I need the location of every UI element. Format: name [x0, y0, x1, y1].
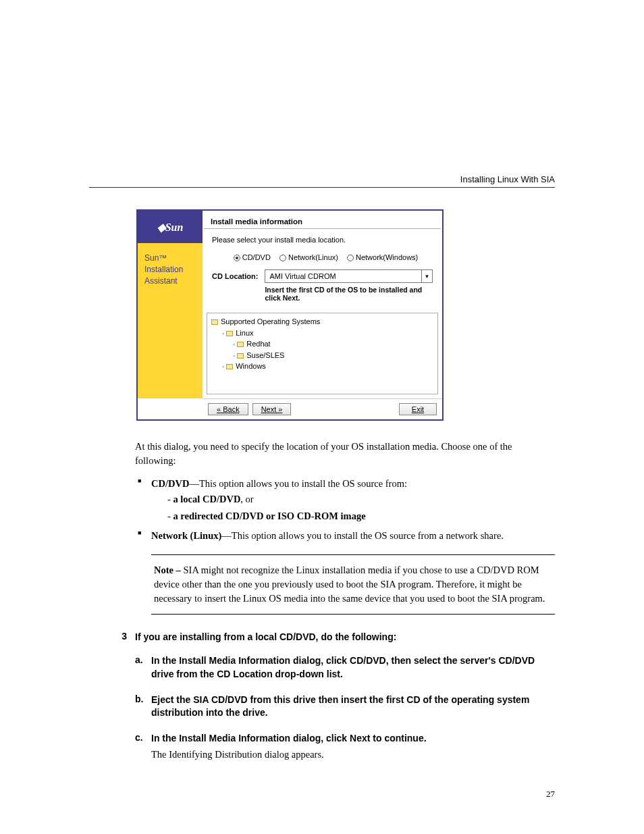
substep-follow: The Identifying Distribution dialog appe… [151, 748, 555, 761]
page-number: 27 [89, 789, 555, 800]
step-number: 3 [117, 631, 135, 644]
tree-redhat[interactable]: Redhat [246, 340, 270, 348]
next-button[interactable]: Next » [252, 403, 292, 415]
dialog-main: Install media information Please select … [203, 211, 442, 398]
cd-location-label: CD Location: [212, 269, 258, 280]
folder-icon [211, 319, 218, 325]
dialog-button-bar: « Back Next » Exit [203, 398, 442, 419]
option-network-linux: Network (Linux)—This option allows you t… [135, 528, 555, 543]
sidebar-line: Installation [144, 264, 196, 276]
tree-expand-icon[interactable]: ◦ [222, 330, 224, 337]
page-header: Installing Linux With SIA [89, 174, 555, 188]
tree-expand-icon[interactable]: ◦ [233, 353, 235, 359]
radio-net-windows-label: Network(Windows) [356, 253, 418, 261]
intro-paragraph: At this dialog, you need to specify the … [135, 440, 555, 468]
tree-expand-icon[interactable]: ◦ [233, 341, 235, 348]
step-3: 3 If you are installing from a local CD/… [117, 631, 555, 644]
substep-text: Eject the SIA CD/DVD from this drive the… [151, 694, 555, 720]
substep-letter: c. [135, 732, 151, 762]
radio-net-windows[interactable] [347, 255, 354, 261]
folder-icon [226, 331, 233, 336]
tree-root: Supported Operating Systems [221, 317, 320, 325]
substep-text: In the Install Media Information dialog,… [151, 732, 555, 762]
tree-expand-icon[interactable]: ◦ [222, 363, 224, 370]
tree-linux[interactable]: Linux [236, 329, 253, 337]
substep-c: c. In the Install Media Information dial… [135, 732, 555, 762]
substep-a: a. In the Install Media Information dial… [135, 654, 555, 681]
radio-net-linux[interactable] [279, 255, 286, 261]
substep-letter: a. [135, 654, 151, 681]
option-cddvd: CD/DVD—This option allows you to install… [135, 476, 555, 525]
install-media-dialog: ◆Sun Sun™ Installation Assistant Install… [136, 209, 444, 421]
supported-os-tree: Supported Operating Systems ◦Linux ◦Redh… [207, 313, 438, 394]
sidebar-line: Assistant [144, 276, 196, 287]
cd-location-select[interactable]: AMI Virtual CDROM ▼ [265, 269, 433, 283]
folder-icon [237, 342, 244, 347]
cd-helper-text: Insert the first CD of the OS to be inst… [265, 283, 433, 302]
dialog-title: Install media information [204, 211, 441, 229]
radio-cddvd-label: CD/DVD [242, 253, 271, 261]
radio-cddvd[interactable] [234, 255, 240, 261]
sun-logo: ◆Sun [138, 211, 203, 243]
step-text: If you are installing from a local CD/DV… [135, 631, 555, 644]
note-box: Note – SIA might not recognize the Linux… [151, 554, 555, 615]
chevron-down-icon[interactable]: ▼ [421, 270, 432, 282]
folder-icon [237, 353, 244, 359]
dialog-subtitle: Please select your install media locatio… [203, 236, 442, 249]
substep-text: In the Install Media Information dialog,… [151, 654, 555, 681]
tree-suse[interactable]: Suse/SLES [246, 351, 284, 359]
media-type-radios: CD/DVD Network(Linux) Network(Windows) [203, 249, 442, 269]
exit-button[interactable]: Exit [399, 403, 437, 415]
sidebar-title: Sun™ Installation Assistant [138, 243, 203, 398]
back-button[interactable]: « Back [208, 403, 248, 415]
dialog-sidebar: ◆Sun Sun™ Installation Assistant [138, 211, 203, 398]
cd-location-value: AMI Virtual CDROM [269, 272, 336, 280]
tree-windows[interactable]: Windows [236, 362, 266, 370]
option-list: CD/DVD—This option allows you to install… [135, 476, 555, 544]
sidebar-line: Sun™ [144, 253, 196, 264]
substep-letter: b. [135, 694, 151, 720]
folder-icon [226, 364, 233, 369]
radio-net-linux-label: Network(Linux) [288, 253, 338, 261]
substep-b: b. Eject the SIA CD/DVD from this drive … [135, 694, 555, 720]
